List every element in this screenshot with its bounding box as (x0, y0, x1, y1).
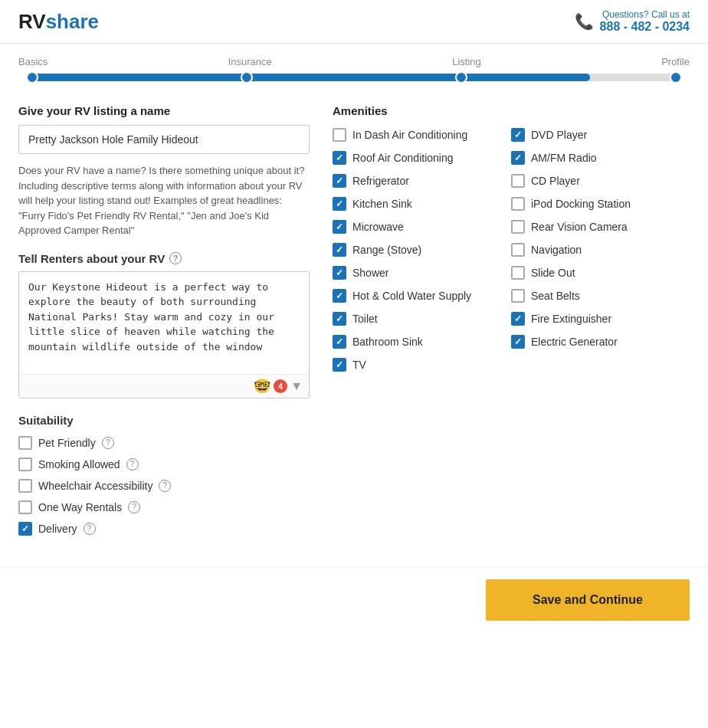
one-way-text: One Way Rentals (38, 501, 122, 513)
amenity-hot-cold-water: Hot & Cold Water Supply (333, 289, 511, 303)
cd-checkbox[interactable] (511, 174, 525, 188)
range-checkbox[interactable] (333, 243, 346, 257)
pet-friendly-text: Pet Friendly (38, 437, 96, 449)
step-listing: Listing (452, 56, 481, 67)
amenity-ipod: iPod Docking Station (511, 197, 690, 211)
pet-friendly-help-icon[interactable]: ? (102, 437, 114, 449)
amfm-checkbox[interactable] (511, 151, 525, 165)
amenity-cd: CD Player (511, 174, 690, 188)
dot-listing (455, 71, 467, 84)
amenities-col2: DVD Player AM/FM Radio CD Player (511, 128, 690, 381)
textarea-wrapper: Our Keystone Hideout is a perfect way to… (18, 271, 310, 398)
pet-friendly-label[interactable]: Pet Friendly (18, 436, 96, 450)
one-way-checkbox[interactable] (18, 500, 32, 514)
bathroom-sink-checkbox[interactable] (333, 335, 346, 349)
tv-label: TV (352, 359, 366, 371)
toilet-checkbox[interactable] (333, 312, 346, 326)
kitchen-sink-checkbox[interactable] (333, 197, 346, 211)
amenities-title: Amenities (333, 104, 690, 117)
generator-label: Electric Generator (531, 336, 618, 348)
amenity-in-dash-ac: In Dash Air Conditioning (333, 128, 511, 142)
one-way-help-icon[interactable]: ? (128, 501, 140, 513)
wheelchair-checkbox[interactable] (18, 479, 32, 493)
logo-rv: RV (18, 10, 46, 33)
footer-bar: Save and Continue (0, 566, 708, 633)
seat-belts-checkbox[interactable] (511, 289, 525, 303)
amenity-seat-belts: Seat Belts (511, 289, 690, 303)
smoking-help-icon[interactable]: ? (126, 458, 139, 471)
shower-checkbox[interactable] (333, 266, 346, 280)
toilet-label: Toilet (352, 313, 378, 325)
comment-count: 4 (274, 379, 287, 393)
wheelchair-label[interactable]: Wheelchair Accessibility (18, 479, 152, 493)
emoji-icon: 🤓 (254, 378, 270, 395)
amenity-tv: TV (333, 358, 511, 372)
rear-camera-label: Rear Vision Camera (531, 221, 628, 233)
wheelchair-help-icon[interactable]: ? (159, 480, 171, 492)
microwave-checkbox[interactable] (333, 220, 346, 234)
expand-icon[interactable]: ▼ (290, 379, 303, 393)
amenity-shower: Shower (333, 266, 511, 280)
in-dash-ac-checkbox[interactable] (333, 128, 346, 142)
generator-checkbox[interactable] (511, 335, 525, 349)
microwave-label: Microwave (352, 221, 404, 233)
tv-checkbox[interactable] (333, 358, 346, 372)
amenity-microwave: Microwave (333, 220, 511, 234)
amfm-label: AM/FM Radio (531, 152, 597, 164)
amenity-refrigerator: Refrigerator (333, 174, 511, 188)
amenity-toilet: Toilet (333, 312, 511, 326)
description-help-icon[interactable]: ? (169, 252, 182, 264)
amenity-range: Range (Stove) (333, 243, 511, 257)
delivery-help-icon[interactable]: ? (84, 523, 96, 535)
amenity-kitchen-sink: Kitchen Sink (333, 197, 511, 211)
description-title: Tell Renters about your RV (18, 252, 165, 265)
smoking-text: Smoking Allowed (38, 458, 120, 471)
amenity-dvd: DVD Player (511, 128, 690, 142)
slide-out-checkbox[interactable] (511, 266, 525, 280)
seat-belts-label: Seat Belts (531, 290, 580, 302)
delivery-text: Delivery (38, 523, 77, 535)
cd-label: CD Player (531, 175, 580, 187)
pet-friendly-checkbox[interactable] (18, 436, 32, 450)
navigation-label: Navigation (531, 244, 582, 256)
description-textarea[interactable]: Our Keystone Hideout is a perfect way to… (19, 272, 309, 372)
amenities-grid: In Dash Air Conditioning Roof Air Condit… (333, 128, 690, 381)
in-dash-ac-label: In Dash Air Conditioning (352, 129, 467, 141)
rear-camera-checkbox[interactable] (511, 220, 525, 234)
dot-basics (26, 71, 38, 84)
dvd-checkbox[interactable] (511, 128, 525, 142)
logo: RVshare (18, 10, 99, 34)
listing-name-helper: Does your RV have a name? Is there somet… (18, 163, 310, 238)
hot-cold-water-checkbox[interactable] (333, 289, 346, 303)
fire-extinguisher-checkbox[interactable] (511, 312, 525, 326)
amenity-slide-out: Slide Out (511, 266, 690, 280)
suitability-one-way: One Way Rentals ? (18, 500, 310, 514)
one-way-label[interactable]: One Way Rentals (18, 500, 122, 514)
dot-profile (670, 71, 682, 84)
progress-dots (26, 71, 682, 84)
roof-ac-checkbox[interactable] (333, 151, 346, 165)
save-continue-button[interactable]: Save and Continue (486, 579, 690, 621)
range-label: Range (Stove) (352, 244, 421, 256)
smoking-label[interactable]: Smoking Allowed (18, 457, 120, 471)
contact-label: Questions? Call us at (600, 9, 690, 20)
listing-name-input[interactable] (18, 125, 310, 154)
listing-name-title: Give your RV listing a name (18, 104, 310, 117)
refrigerator-checkbox[interactable] (333, 174, 346, 188)
smoking-checkbox[interactable] (18, 457, 32, 471)
progress-bar (26, 74, 682, 81)
emoji-badge: 🤓 4 (254, 378, 287, 395)
delivery-label[interactable]: Delivery (18, 522, 77, 536)
amenity-roof-ac: Roof Air Conditioning (333, 151, 511, 165)
step-basics: Basics (18, 56, 48, 67)
wheelchair-text: Wheelchair Accessibility (38, 480, 152, 492)
delivery-checkbox[interactable] (18, 522, 32, 536)
left-column: Give your RV listing a name Does your RV… (18, 104, 333, 543)
navigation-checkbox[interactable] (511, 243, 525, 257)
ipod-checkbox[interactable] (511, 197, 525, 211)
suitability-pet-friendly: Pet Friendly ? (18, 436, 310, 450)
amenity-rear-camera: Rear Vision Camera (511, 220, 690, 234)
contact-number: 888 - 482 - 0234 (600, 20, 690, 34)
amenity-bathroom-sink: Bathroom Sink (333, 335, 511, 349)
dot-insurance (241, 71, 253, 84)
